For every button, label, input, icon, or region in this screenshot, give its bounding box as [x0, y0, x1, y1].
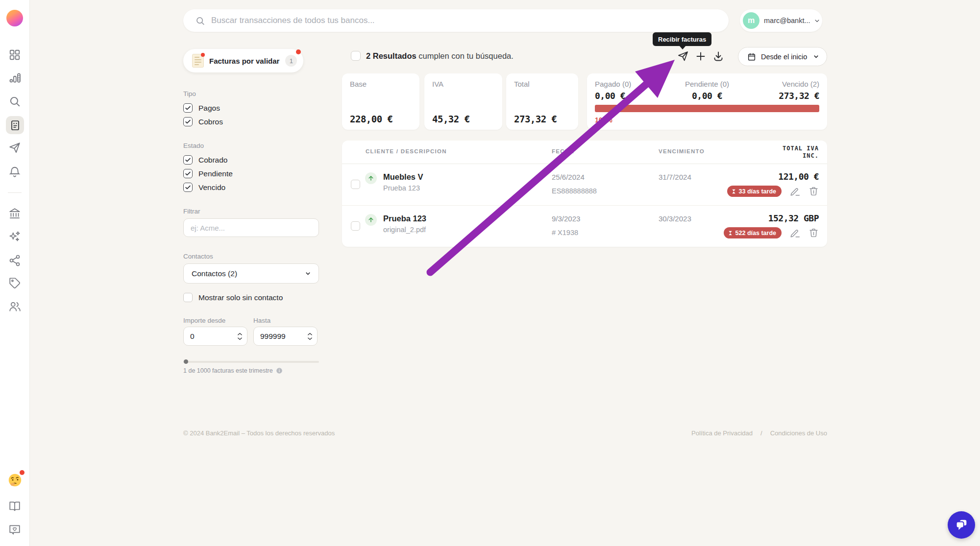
contactos-select[interactable]: Contactos (2)	[183, 263, 319, 284]
client-description: original_2.pdf	[383, 226, 426, 234]
calendar-icon	[747, 52, 756, 61]
thinking-emoji-icon[interactable]	[8, 473, 22, 487]
terms-link[interactable]: Condiciones de Uso	[770, 429, 827, 437]
sidebar	[0, 0, 30, 546]
table-header-divider	[342, 164, 827, 164]
vencido-value: 273,32 €	[779, 91, 819, 101]
client-name: Muebles V	[383, 172, 423, 182]
feedback-chat-heart-icon[interactable]	[8, 523, 21, 536]
col-date-header: FECHA	[552, 148, 574, 154]
income-arrow-icon	[365, 214, 377, 226]
hourglass-icon	[731, 189, 736, 194]
filtrar-label: Filtrar	[183, 208, 200, 215]
stepper-arrows-icon[interactable]	[307, 332, 313, 340]
invoice-reference: ES888888888	[552, 187, 597, 195]
plus-icon[interactable]	[695, 50, 707, 62]
row-checkbox[interactable]	[351, 180, 360, 189]
date-range-button[interactable]: Desde el inicio	[738, 47, 827, 66]
invoice-reference: # X1938	[552, 229, 578, 237]
late-badge: 33 días tarde	[727, 186, 782, 197]
chevron-down-icon	[812, 53, 820, 60]
pendiente-value: 0,00 €	[668, 91, 746, 101]
quota-progress-bar[interactable]	[183, 361, 319, 363]
card-iva: IVA 45,32 €	[424, 73, 502, 130]
send-icon[interactable]	[677, 50, 689, 62]
results-text: 2 Resultados cumplen con tu búsqueda.	[366, 51, 514, 61]
card-total: Total 273,32 €	[506, 73, 578, 130]
pagado-label: Pagado (0)	[595, 80, 631, 88]
invoice-icon	[192, 54, 204, 68]
checkbox-checked-icon	[183, 155, 193, 165]
download-icon[interactable]	[712, 50, 724, 62]
sidebar-item-invoices[interactable]	[6, 116, 24, 134]
overdue-progress-bar	[595, 105, 819, 112]
emoji-notification-dot	[20, 470, 24, 475]
search-icon[interactable]	[8, 95, 21, 108]
table-row-divider	[342, 205, 827, 206]
avatar: m	[743, 12, 760, 29]
vencido-label: Vencido (2)	[779, 80, 819, 88]
search-input[interactable]	[211, 16, 729, 25]
tag-icon[interactable]	[8, 277, 21, 289]
info-icon[interactable]	[276, 367, 283, 374]
dashboard-grid-icon[interactable]	[8, 48, 21, 61]
checkbox-cobros[interactable]: Cobros	[183, 117, 223, 126]
user-menu[interactable]: m marc@bankt...	[740, 9, 822, 32]
edit-icon[interactable]	[790, 186, 800, 196]
search-icon	[195, 16, 205, 26]
checkbox-pagos[interactable]: Pagos	[183, 103, 220, 113]
send-plane-icon[interactable]	[8, 142, 21, 154]
pagado-value: 0,00 €	[595, 91, 631, 101]
checkbox-vencido[interactable]: Vencido	[183, 183, 225, 192]
checkbox-unchecked-icon	[183, 293, 193, 302]
col-client-header: CLIENTE / DESCRIPCION	[366, 148, 447, 154]
hasta-input[interactable]	[254, 332, 307, 341]
copyright-text: © 2024 Bank2Email – Todos los derechos r…	[183, 429, 335, 437]
col-due-header: VENCIMIENTO	[659, 148, 705, 154]
importe-desde-stepper	[183, 327, 247, 346]
checkbox-cobrado[interactable]: Cobrado	[183, 155, 227, 165]
invoice-date: 25/6/2024	[552, 173, 585, 181]
contacts-users-icon[interactable]	[8, 300, 21, 313]
pendiente-label: Pendiente (0)	[668, 80, 746, 88]
privacy-link[interactable]: Política de Privacidad	[691, 429, 753, 437]
row-checkbox[interactable]	[351, 221, 360, 231]
edit-icon[interactable]	[790, 228, 800, 238]
quota-text: 1 de 1000 facturas este trimestre	[183, 367, 283, 374]
share-nodes-icon[interactable]	[8, 254, 21, 267]
analytics-bars-icon[interactable]	[8, 71, 21, 84]
app-logo[interactable]	[6, 10, 23, 26]
checkbox-pendiente[interactable]: Pendiente	[183, 169, 233, 178]
filtrar-input[interactable]	[183, 218, 319, 237]
select-all-checkbox[interactable]	[351, 51, 361, 61]
due-date: 30/3/2023	[659, 214, 691, 223]
importe-desde-input[interactable]	[184, 332, 237, 341]
delete-icon[interactable]	[808, 228, 819, 238]
overdue-percent: 100%	[595, 116, 612, 124]
notifications-bell-icon[interactable]	[8, 166, 21, 178]
facturas-por-validar-button[interactable]: Facturas por validar 1	[183, 49, 303, 72]
client-description: Prueba 123	[383, 184, 420, 192]
results-bar: 2 Resultados cumplen con tu búsqueda.	[351, 51, 514, 61]
hasta-label: Hasta	[253, 317, 270, 324]
checkbox-checked-icon	[183, 117, 193, 126]
stepper-arrows-icon[interactable]	[237, 332, 243, 340]
validate-count-badge: 1	[285, 55, 297, 67]
sidebar-divider	[8, 192, 22, 193]
hasta-stepper	[253, 327, 318, 346]
ai-sparkles-icon[interactable]	[8, 230, 21, 243]
delete-icon[interactable]	[808, 186, 819, 196]
footer-links: Política de Privacidad / Condiciones de …	[691, 429, 827, 437]
bank-building-icon[interactable]	[8, 207, 21, 220]
chat-widget-button[interactable]	[948, 511, 975, 539]
invoice-date: 9/3/2023	[552, 214, 580, 223]
docs-book-icon[interactable]	[8, 500, 21, 513]
checkbox-checked-icon	[183, 183, 193, 192]
chevron-down-icon	[813, 17, 821, 24]
recibir-facturas-tooltip: Recibir facturas	[653, 32, 711, 46]
global-search	[183, 9, 729, 32]
card-base: Base 228,00 €	[342, 73, 419, 130]
contactos-label: Contactos	[183, 253, 213, 260]
checkbox-sin-contacto[interactable]: Mostrar solo sin contacto	[183, 293, 283, 302]
checkbox-checked-icon	[183, 103, 193, 113]
